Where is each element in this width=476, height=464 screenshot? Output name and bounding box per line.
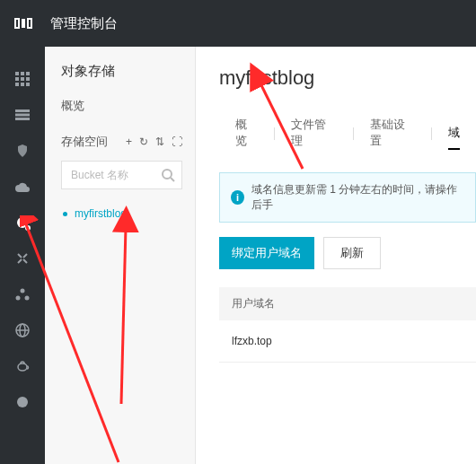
search-icon[interactable]	[159, 166, 177, 184]
rail-server-icon[interactable]	[0, 97, 45, 133]
refresh-buckets-icon[interactable]: ↻	[139, 136, 148, 148]
rail-globe-icon[interactable]	[0, 312, 45, 348]
svg-rect-4	[21, 72, 24, 75]
svg-rect-7	[21, 77, 24, 81]
info-banner: i 域名信息更新需 1 分钟左右的时间，请操作后手	[219, 172, 476, 223]
svg-rect-9	[15, 83, 19, 86]
main-content: myfirstblog 概览 文件管理 基础设置 域 i 域名信息更新需 1 分…	[196, 47, 476, 464]
storage-space-label: 存储空间	[61, 134, 108, 150]
rail-nodes-icon[interactable]	[0, 276, 45, 312]
tab-files[interactable]: 文件管理	[275, 109, 352, 158]
refresh-button[interactable]: 刷新	[323, 237, 381, 269]
svg-rect-11	[26, 83, 30, 86]
rail-cloud-icon[interactable]	[0, 169, 45, 205]
info-icon: i	[231, 190, 244, 205]
expand-buckets-icon[interactable]: ⛶	[172, 136, 182, 148]
page-title: myfirstblog	[219, 66, 476, 90]
svg-rect-5	[26, 72, 30, 75]
side-panel: 对象存储 概览 存储空间 + ↻ ⇅ ⛶ myfirstblog	[45, 47, 196, 464]
logo-icon	[13, 13, 34, 34]
tab-domain[interactable]: 域	[432, 118, 476, 150]
table-header: 用户域名	[219, 287, 476, 320]
svg-rect-13	[15, 114, 30, 117]
overview-link[interactable]: 概览	[61, 98, 182, 114]
rail-grid-icon[interactable]	[0, 61, 45, 97]
tab-settings[interactable]: 基础设置	[354, 109, 431, 158]
tab-overview[interactable]: 概览	[219, 109, 274, 158]
svg-point-17	[25, 296, 30, 301]
sidepanel-title: 对象存储	[61, 63, 182, 80]
svg-line-23	[171, 178, 174, 181]
bucket-name: myfirstblog	[75, 207, 127, 220]
svg-point-15	[21, 289, 25, 293]
svg-rect-14	[15, 118, 30, 120]
svg-rect-2	[28, 19, 31, 28]
rail-teapot-icon[interactable]	[0, 348, 45, 384]
info-banner-text: 域名信息更新需 1 分钟左右的时间，请操作后手	[251, 182, 464, 213]
icon-rail	[0, 47, 45, 464]
rail-active-icon[interactable]	[0, 205, 45, 241]
header-title: 管理控制台	[50, 15, 118, 32]
sort-buckets-icon[interactable]: ⇅	[155, 136, 164, 148]
svg-rect-12	[15, 109, 30, 112]
top-header: 管理控制台	[0, 0, 476, 47]
rail-shield-icon[interactable]	[0, 133, 45, 169]
svg-point-21	[18, 363, 27, 371]
domain-table: 用户域名 lfzxb.top	[219, 287, 476, 363]
svg-rect-6	[15, 77, 19, 81]
svg-rect-10	[21, 83, 24, 86]
svg-rect-0	[15, 19, 19, 28]
svg-point-16	[16, 296, 21, 301]
table-row[interactable]: lfzxb.top	[219, 320, 476, 363]
svg-rect-8	[26, 77, 30, 81]
svg-rect-3	[15, 72, 19, 75]
rail-expand-icon[interactable]	[0, 241, 45, 276]
bind-domain-button[interactable]: 绑定用户域名	[219, 237, 314, 269]
svg-point-22	[163, 170, 172, 179]
bucket-item[interactable]: myfirstblog	[61, 204, 182, 223]
bucket-status-dot-icon	[63, 212, 67, 216]
tabs: 概览 文件管理 基础设置 域	[219, 109, 476, 158]
add-bucket-icon[interactable]: +	[126, 136, 132, 148]
svg-rect-1	[22, 19, 25, 28]
rail-dot-icon[interactable]	[0, 384, 45, 420]
